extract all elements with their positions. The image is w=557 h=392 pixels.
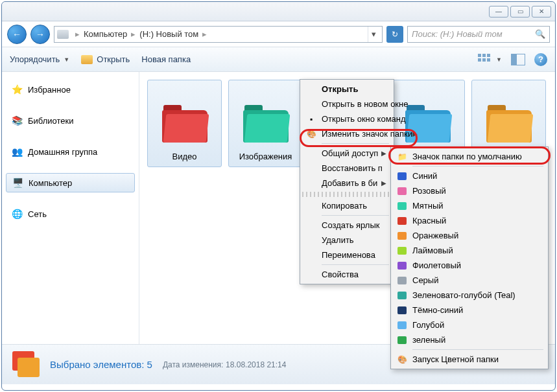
annotation-highlight bbox=[300, 129, 418, 147]
toolbar: Упорядочить ▼ Открыть Новая папка ▼ ? bbox=[2, 47, 555, 72]
ctx-restore[interactable]: Восстановить п bbox=[302, 161, 392, 176]
color-swatch-icon bbox=[397, 321, 407, 329]
preview-pane-button[interactable] bbox=[511, 54, 525, 65]
minimize-button[interactable]: — bbox=[489, 6, 508, 17]
ctx-shortcut[interactable]: Создать ярлык bbox=[302, 218, 392, 233]
sub-color-option[interactable]: Фиолетовый bbox=[393, 258, 546, 273]
color-label: Серый bbox=[412, 275, 438, 285]
folder-icon bbox=[162, 104, 207, 143]
status-date-label: Дата изменения: bbox=[163, 360, 224, 369]
color-label: Голубой bbox=[412, 320, 444, 330]
folder-icon bbox=[81, 55, 93, 64]
drive-icon bbox=[57, 30, 69, 39]
search-placeholder: Поиск: (H:) Новый том bbox=[412, 29, 503, 39]
open-button[interactable]: Открыть bbox=[81, 54, 130, 64]
ctx-delete[interactable]: Удалить bbox=[302, 233, 392, 248]
view-menu[interactable]: ▼ bbox=[478, 54, 502, 65]
titlebar: — ▭ ✕ bbox=[2, 2, 555, 21]
menu-tear bbox=[302, 192, 392, 197]
color-swatch-icon bbox=[397, 187, 407, 195]
breadcrumb-computer[interactable]: Компьютер bbox=[84, 29, 127, 39]
breadcrumb-drive[interactable]: (H:) Новый том bbox=[139, 29, 198, 39]
chevron-right-icon: ▸ bbox=[73, 29, 82, 39]
color-swatch-icon bbox=[397, 262, 407, 270]
color-label: зеленый bbox=[412, 335, 445, 345]
palette-icon: 🎨 bbox=[397, 354, 407, 365]
sub-color-option[interactable]: Голубой bbox=[393, 317, 546, 332]
back-button[interactable]: ← bbox=[7, 25, 27, 44]
color-label: Лаймовый bbox=[412, 246, 453, 255]
sidebar: ⭐Избранное 📚Библиотеки 👥Домашняя группа … bbox=[2, 72, 139, 344]
computer-icon: 🖥️ bbox=[12, 177, 23, 189]
color-label: Розовый bbox=[412, 186, 446, 196]
color-label: Оранжевый bbox=[412, 231, 458, 240]
sub-color-option[interactable]: Серый bbox=[393, 273, 546, 288]
color-label: Зеленовато-голубой (Teal) bbox=[412, 290, 516, 300]
color-swatch-icon bbox=[397, 217, 407, 225]
color-label: Фиолетовый bbox=[412, 260, 461, 270]
star-icon: ⭐ bbox=[11, 84, 23, 95]
view-icon bbox=[478, 54, 492, 65]
sub-launch-app[interactable]: 🎨Запуск Цветной папки bbox=[393, 352, 546, 367]
sidebar-network[interactable]: 🌐Сеть bbox=[2, 204, 139, 224]
separator bbox=[412, 349, 543, 350]
sub-color-option[interactable]: Лаймовый bbox=[393, 243, 546, 258]
sub-color-option[interactable]: Синий bbox=[393, 168, 546, 183]
color-swatch-icon bbox=[397, 232, 407, 240]
folder-label: Видео bbox=[172, 152, 197, 161]
color-swatch-icon bbox=[397, 292, 407, 299]
color-swatch-icon bbox=[397, 247, 407, 255]
sidebar-homegroup[interactable]: 👥Домашняя группа bbox=[2, 142, 139, 161]
close-button[interactable]: ✕ bbox=[532, 6, 551, 17]
sub-color-option[interactable]: Оранжевый bbox=[393, 228, 546, 243]
ctx-add-library[interactable]: Добавить в би▶ bbox=[302, 176, 392, 190]
context-menu: Открыть Открыть в новом окне ▪Открыть ок… bbox=[300, 79, 394, 284]
sub-color-option[interactable]: Зеленовато-голубой (Teal) bbox=[393, 288, 546, 303]
ctx-open-cmd[interactable]: ▪Открыть окно команд bbox=[302, 111, 392, 126]
forward-button[interactable]: → bbox=[30, 25, 50, 44]
color-swatch-icon bbox=[397, 277, 407, 284]
open-label: Открыть bbox=[97, 54, 130, 64]
sidebar-favorites[interactable]: ⭐Избранное bbox=[2, 80, 139, 99]
refresh-button[interactable]: ↻ bbox=[386, 26, 403, 43]
folder-icon bbox=[243, 104, 289, 143]
navbar: ← → ▸ Компьютер ▸ (H:) Новый том ▸ ▾ ↻ П… bbox=[2, 21, 555, 47]
sub-color-option[interactable]: Розовый bbox=[393, 183, 546, 198]
multi-folder-icon bbox=[12, 351, 40, 378]
sub-color-option[interactable]: Тёмно-синий bbox=[393, 303, 546, 317]
color-label: Тёмно-синий bbox=[412, 305, 463, 315]
sidebar-computer[interactable]: 🖥️Компьютер bbox=[6, 173, 135, 192]
breadcrumb[interactable]: ▸ Компьютер ▸ (H:) Новый том ▸ ▾ bbox=[54, 26, 383, 43]
ctx-copy[interactable]: Копировать bbox=[302, 198, 392, 213]
folder-item[interactable]: Изображения bbox=[228, 80, 303, 167]
color-swatch-icon bbox=[397, 172, 407, 180]
annotation-highlight bbox=[388, 146, 551, 165]
color-label: Синий bbox=[412, 171, 437, 181]
status-selected: Выбрано элементов: 5 bbox=[50, 359, 152, 370]
folder-item[interactable]: Видео bbox=[147, 80, 222, 167]
breadcrumb-dropdown[interactable]: ▾ bbox=[368, 27, 379, 42]
chevron-down-icon: ▼ bbox=[64, 56, 69, 63]
maximize-button[interactable]: ▭ bbox=[510, 6, 530, 17]
ctx-properties[interactable]: Свойства bbox=[302, 267, 392, 282]
chevron-right-icon: ▶ bbox=[381, 150, 386, 157]
separator bbox=[322, 264, 389, 265]
help-button[interactable]: ? bbox=[534, 53, 547, 66]
ctx-open-new-window[interactable]: Открыть в новом окне bbox=[302, 97, 392, 111]
sub-color-option[interactable]: Мятный bbox=[393, 198, 546, 213]
sub-color-option[interactable]: Красный bbox=[393, 213, 546, 228]
ctx-share[interactable]: Общий доступ▶ bbox=[302, 146, 392, 161]
ctx-rename[interactable]: Переименова bbox=[302, 248, 392, 262]
color-label: Красный bbox=[412, 216, 446, 225]
search-input[interactable]: Поиск: (H:) Новый том 🔍 bbox=[407, 26, 550, 43]
sub-color-option[interactable]: зеленый bbox=[393, 332, 546, 347]
cmd-icon: ▪ bbox=[306, 114, 316, 124]
organize-menu[interactable]: Упорядочить ▼ bbox=[10, 54, 69, 64]
new-folder-button[interactable]: Новая папка bbox=[141, 54, 191, 64]
network-icon: 🌐 bbox=[11, 208, 23, 220]
homegroup-icon: 👥 bbox=[11, 146, 23, 157]
sidebar-libraries[interactable]: 📚Библиотеки bbox=[2, 111, 139, 130]
ctx-open[interactable]: Открыть bbox=[302, 82, 392, 97]
new-folder-label: Новая папка bbox=[141, 54, 191, 64]
color-swatch-icon bbox=[397, 306, 407, 314]
